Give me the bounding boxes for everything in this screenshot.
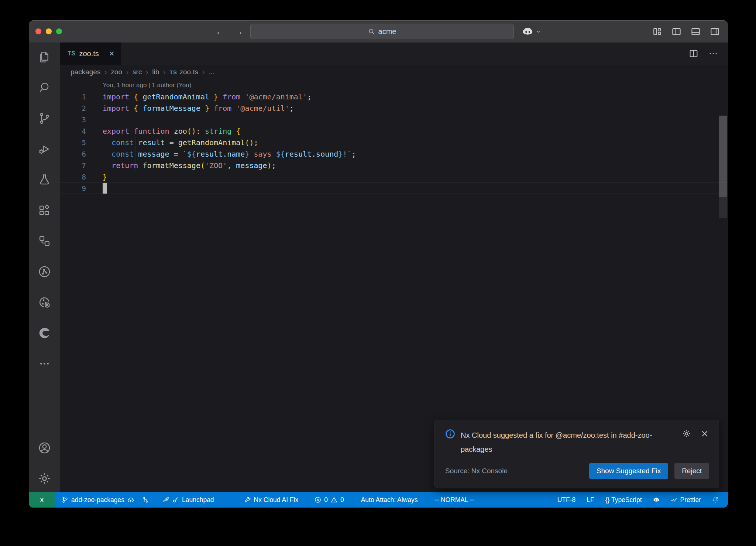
breadcrumb-item-lib[interactable]: lib: [152, 68, 159, 76]
notification-toast: Nx Cloud suggested a fix for @acme/zoo:t…: [434, 420, 719, 488]
activity-bar: [29, 42, 60, 492]
source-control-graph[interactable]: [138, 492, 153, 508]
rocket-icon: [163, 496, 169, 503]
vim-mode[interactable]: -- NORMAL --: [430, 492, 478, 508]
minimize-window-button[interactable]: [46, 28, 52, 34]
indent-guide: [135, 137, 135, 171]
code-line: const result = getRandomAnimal();: [103, 138, 258, 147]
back-arrow-icon[interactable]: ←: [215, 26, 225, 37]
line-number: 6: [60, 150, 86, 158]
close-window-button[interactable]: [35, 28, 41, 34]
search-value: acme: [378, 27, 396, 36]
breadcrumb-item-zoo[interactable]: zoo: [111, 68, 122, 76]
split-editor-icon[interactable]: [689, 49, 698, 58]
forward-arrow-icon[interactable]: →: [233, 26, 243, 37]
source-control-icon[interactable]: [38, 112, 51, 125]
editor-scrollbar[interactable]: [719, 116, 727, 197]
testing-icon[interactable]: [38, 173, 51, 187]
extensions-icon[interactable]: [38, 204, 51, 217]
nx-cloud-ai-fix[interactable]: Nx Cloud AI Fix: [240, 492, 303, 508]
double-check-icon: [671, 496, 677, 503]
vscode-window: ← → acme TS zo: [29, 20, 728, 508]
typescript-file-icon: TS: [68, 50, 75, 57]
problems-label: 0: [340, 496, 344, 504]
launchpad[interactable]: Launchpad: [159, 492, 218, 508]
line-number: 5: [60, 139, 86, 147]
toggle-panel-icon[interactable]: [691, 27, 701, 37]
more-actions-icon[interactable]: ⋯: [709, 48, 718, 59]
code-line: return formatMessage('ZOO', message);: [103, 161, 276, 170]
breadcrumb-item-[interactable]: ...: [209, 68, 214, 76]
cloud-upload-icon: [127, 496, 134, 503]
settings-gear-icon[interactable]: [38, 472, 51, 485]
breadcrumb-label: zoo: [111, 68, 122, 76]
language[interactable]: {} TypeScript: [601, 492, 646, 508]
vim-mode-label: -- NORMAL --: [434, 496, 474, 504]
prettier[interactable]: Prettier: [667, 492, 705, 508]
launchpad-label: Launchpad: [182, 496, 214, 504]
breadcrumb-separator: ›: [146, 68, 148, 76]
breadcrumb-item-packages[interactable]: packages: [71, 68, 100, 76]
titlebar: ← → acme: [29, 20, 728, 42]
copilot-status[interactable]: [649, 492, 664, 508]
git-blame-annotation: You, 1 hour ago | 1 author (You): [103, 82, 191, 89]
reject-button[interactable]: Reject: [674, 463, 709, 479]
search-icon: [368, 28, 375, 35]
run-debug-icon[interactable]: [38, 142, 51, 156]
auto-attach[interactable]: Auto Attach: Always: [357, 492, 422, 508]
breadcrumb-item-zoots[interactable]: TSzoo.ts: [169, 68, 198, 76]
breadcrumb-label: packages: [71, 68, 100, 76]
tab-zoo-ts[interactable]: TS zoo.ts ×: [60, 42, 121, 65]
editor-actions: ⋯: [689, 42, 728, 65]
notifications-bell[interactable]: [708, 492, 723, 508]
command-center-search[interactable]: acme: [250, 24, 514, 39]
code-line: import { getRandomAnimal } from '@acme/a…: [103, 92, 312, 101]
breadcrumb-separator: ›: [126, 68, 128, 76]
eol[interactable]: LF: [583, 492, 598, 508]
edge-tools-icon[interactable]: [38, 326, 51, 340]
close-tab-icon[interactable]: ×: [109, 49, 114, 58]
git-branch-icon: [62, 496, 68, 503]
eol-label: LF: [587, 496, 594, 504]
breadcrumb-label: ...: [209, 68, 214, 76]
line-number: 1: [60, 93, 86, 101]
status-bar: add-zoo-packagesLaunchpadNx Cloud AI Fix…: [29, 492, 728, 508]
language-label: {} TypeScript: [605, 496, 642, 504]
prettier-label: Prettier: [680, 496, 701, 504]
typescript-file-icon: TS: [169, 69, 177, 75]
customize-layout-icon[interactable]: [652, 27, 662, 37]
bell-dot-icon: [712, 496, 719, 503]
project-graph-icon[interactable]: [38, 234, 51, 248]
plug-icon: [172, 496, 179, 503]
code-line: import { formatMessage } from '@acme/uti…: [103, 104, 294, 113]
toggle-primary-sidebar-icon[interactable]: [671, 27, 681, 37]
close-icon[interactable]: [700, 429, 709, 438]
show-suggested-fix-button[interactable]: Show Suggested Fix: [589, 463, 668, 479]
more-views-icon[interactable]: [38, 357, 51, 371]
files-explorer-icon[interactable]: [38, 50, 51, 64]
code-line: }: [103, 173, 107, 181]
wrench-icon: [244, 496, 251, 503]
chevron-down-icon: [536, 29, 541, 34]
code-line: [103, 183, 107, 194]
breadcrumb-item-src[interactable]: src: [133, 68, 142, 76]
search-icon[interactable]: [38, 81, 51, 95]
maximize-window-button[interactable]: [56, 28, 62, 34]
graph-icon: [142, 496, 149, 503]
problems[interactable]: 00: [310, 492, 348, 508]
git-branch[interactable]: add-zoo-packages: [58, 492, 138, 508]
nx-console-icon[interactable]: [38, 265, 51, 279]
remote-indicator[interactable]: [29, 492, 55, 508]
toggle-secondary-sidebar-icon[interactable]: [710, 27, 720, 37]
nx-project-details-icon[interactable]: [38, 296, 51, 309]
breadcrumb-separator: ›: [104, 68, 107, 76]
gear-icon[interactable]: [682, 429, 691, 438]
encoding[interactable]: UTF-8: [553, 492, 580, 508]
account-icon[interactable]: [38, 441, 51, 455]
notification-message: Nx Cloud suggested a fix for @acme/zoo:t…: [461, 428, 669, 456]
auto-attach-label: Auto Attach: Always: [361, 496, 418, 504]
line-number: 9: [60, 184, 86, 192]
line-number: 2: [60, 104, 86, 112]
copilot-menu[interactable]: [522, 20, 541, 42]
remote-icon: [39, 497, 45, 503]
